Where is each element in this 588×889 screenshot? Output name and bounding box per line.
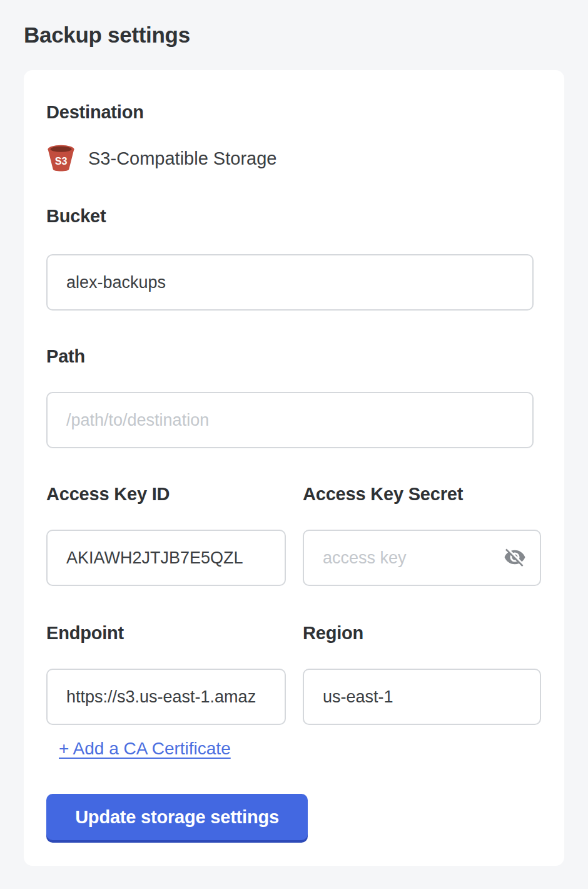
destination-row: S3 S3-Compatible Storage bbox=[46, 144, 542, 173]
destination-label: Destination bbox=[46, 101, 542, 123]
access-key-id-input[interactable] bbox=[46, 530, 286, 586]
region-field: Region bbox=[303, 622, 541, 725]
path-label: Path bbox=[46, 346, 542, 367]
endpoint-input[interactable] bbox=[46, 669, 286, 725]
page-title: Backup settings bbox=[24, 23, 588, 48]
path-input[interactable] bbox=[46, 392, 534, 448]
svg-text:S3: S3 bbox=[55, 155, 68, 167]
bucket-input[interactable] bbox=[46, 254, 534, 311]
access-key-secret-field: Access Key Secret bbox=[303, 483, 541, 586]
endpoint-field: Endpoint bbox=[46, 622, 286, 725]
bucket-label: Bucket bbox=[46, 205, 542, 227]
add-ca-certificate-link[interactable]: + Add a CA Certificate bbox=[59, 739, 231, 759]
region-label: Region bbox=[303, 622, 541, 644]
access-key-id-field: Access Key ID bbox=[46, 483, 286, 586]
toggle-secret-visibility-button[interactable] bbox=[502, 545, 527, 570]
access-key-secret-label: Access Key Secret bbox=[303, 483, 541, 505]
endpoint-label: Endpoint bbox=[46, 622, 286, 644]
update-storage-settings-button[interactable]: Update storage settings bbox=[46, 794, 308, 840]
eye-off-icon bbox=[504, 546, 526, 568]
destination-value: S3-Compatible Storage bbox=[88, 148, 276, 169]
region-input[interactable] bbox=[303, 669, 541, 725]
backup-settings-card: Destination S3 S3-Compatible Storage Buc… bbox=[24, 70, 564, 866]
s3-bucket-icon: S3 bbox=[46, 144, 76, 173]
access-key-id-label: Access Key ID bbox=[46, 483, 286, 505]
